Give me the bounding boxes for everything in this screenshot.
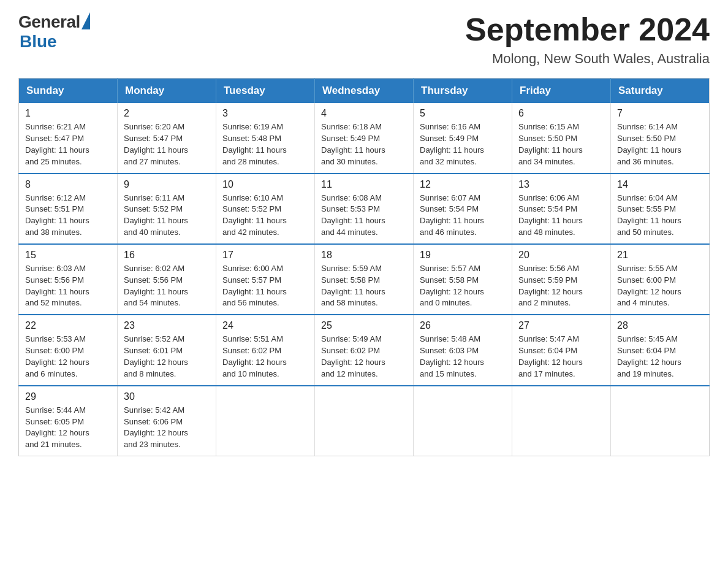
day-number: 20 [518, 250, 604, 261]
calendar-cell: 13Sunrise: 6:06 AMSunset: 5:54 PMDayligh… [512, 174, 611, 244]
calendar-cell [216, 386, 315, 456]
weekday-header-saturday: Saturday [611, 79, 710, 104]
day-number: 9 [124, 179, 210, 190]
day-info: Sunrise: 5:52 AMSunset: 6:01 PMDaylight:… [124, 334, 210, 380]
logo: General Blue [18, 12, 90, 52]
calendar-cell: 27Sunrise: 5:47 AMSunset: 6:04 PMDayligh… [512, 315, 611, 385]
day-number: 4 [321, 108, 407, 119]
calendar-subtitle: Molong, New South Wales, Australia [465, 51, 710, 67]
day-number: 13 [518, 179, 604, 190]
weekday-header-friday: Friday [512, 79, 611, 104]
calendar-cell: 21Sunrise: 5:55 AMSunset: 6:00 PMDayligh… [611, 244, 710, 315]
day-number: 14 [617, 179, 703, 190]
calendar-cell: 29Sunrise: 5:44 AMSunset: 6:05 PMDayligh… [19, 386, 118, 456]
weekday-header-tuesday: Tuesday [216, 79, 315, 104]
weekday-header-sunday: Sunday [19, 79, 118, 104]
day-number: 17 [222, 250, 308, 261]
calendar-cell: 16Sunrise: 6:02 AMSunset: 5:56 PMDayligh… [118, 244, 216, 315]
day-info: Sunrise: 6:14 AMSunset: 5:50 PMDaylight:… [617, 121, 703, 167]
day-number: 8 [25, 179, 111, 190]
day-info: Sunrise: 5:51 AMSunset: 6:02 PMDaylight:… [222, 334, 308, 380]
weekday-header-row: SundayMondayTuesdayWednesdayThursdayFrid… [19, 79, 710, 104]
day-number: 12 [420, 179, 506, 190]
day-info: Sunrise: 6:02 AMSunset: 5:56 PMDaylight:… [124, 263, 210, 309]
weekday-header-wednesday: Wednesday [315, 79, 414, 104]
day-info: Sunrise: 6:11 AMSunset: 5:52 PMDaylight:… [124, 193, 210, 239]
day-number: 1 [25, 108, 111, 119]
calendar-cell: 25Sunrise: 5:49 AMSunset: 6:02 PMDayligh… [315, 315, 414, 385]
calendar-cell: 30Sunrise: 5:42 AMSunset: 6:06 PMDayligh… [118, 386, 216, 456]
calendar-cell: 26Sunrise: 5:48 AMSunset: 6:03 PMDayligh… [414, 315, 512, 385]
day-info: Sunrise: 5:44 AMSunset: 6:05 PMDaylight:… [25, 405, 111, 451]
calendar-cell: 28Sunrise: 5:45 AMSunset: 6:04 PMDayligh… [611, 315, 710, 385]
day-info: Sunrise: 6:03 AMSunset: 5:56 PMDaylight:… [25, 263, 111, 309]
calendar-cell: 11Sunrise: 6:08 AMSunset: 5:53 PMDayligh… [315, 174, 414, 244]
day-info: Sunrise: 6:19 AMSunset: 5:48 PMDaylight:… [222, 121, 308, 167]
day-number: 5 [420, 108, 506, 119]
day-info: Sunrise: 6:16 AMSunset: 5:49 PMDaylight:… [420, 121, 506, 167]
day-number: 7 [617, 108, 703, 119]
day-number: 24 [222, 320, 308, 331]
day-info: Sunrise: 6:06 AMSunset: 5:54 PMDaylight:… [518, 193, 604, 239]
calendar-cell: 8Sunrise: 6:12 AMSunset: 5:51 PMDaylight… [19, 174, 118, 244]
page-header: General Blue September 2024 Molong, New … [18, 12, 710, 67]
day-info: Sunrise: 6:12 AMSunset: 5:51 PMDaylight:… [25, 193, 111, 239]
logo-triangle-icon [82, 12, 90, 29]
day-number: 22 [25, 320, 111, 331]
weekday-header-monday: Monday [118, 79, 216, 104]
day-number: 29 [25, 391, 111, 402]
calendar-cell: 15Sunrise: 6:03 AMSunset: 5:56 PMDayligh… [19, 244, 118, 315]
day-number: 27 [518, 320, 604, 331]
day-info: Sunrise: 5:59 AMSunset: 5:58 PMDaylight:… [321, 263, 407, 309]
calendar-cell: 4Sunrise: 6:18 AMSunset: 5:49 PMDaylight… [315, 103, 414, 173]
calendar-cell: 10Sunrise: 6:10 AMSunset: 5:52 PMDayligh… [216, 174, 315, 244]
week-row-3: 15Sunrise: 6:03 AMSunset: 5:56 PMDayligh… [19, 244, 710, 315]
day-number: 2 [124, 108, 210, 119]
weekday-header-thursday: Thursday [414, 79, 512, 104]
day-info: Sunrise: 5:57 AMSunset: 5:58 PMDaylight:… [420, 263, 506, 309]
day-number: 26 [420, 320, 506, 331]
day-number: 3 [222, 108, 308, 119]
calendar-cell: 2Sunrise: 6:20 AMSunset: 5:47 PMDaylight… [118, 103, 216, 173]
day-info: Sunrise: 5:47 AMSunset: 6:04 PMDaylight:… [518, 334, 604, 380]
day-number: 6 [518, 108, 604, 119]
calendar-cell [414, 386, 512, 456]
day-info: Sunrise: 6:04 AMSunset: 5:55 PMDaylight:… [617, 193, 703, 239]
calendar-cell: 14Sunrise: 6:04 AMSunset: 5:55 PMDayligh… [611, 174, 710, 244]
day-number: 21 [617, 250, 703, 261]
calendar-cell: 22Sunrise: 5:53 AMSunset: 6:00 PMDayligh… [19, 315, 118, 385]
calendar-cell [611, 386, 710, 456]
calendar-cell: 6Sunrise: 6:15 AMSunset: 5:50 PMDaylight… [512, 103, 611, 173]
day-number: 25 [321, 320, 407, 331]
day-info: Sunrise: 5:55 AMSunset: 6:00 PMDaylight:… [617, 263, 703, 309]
title-section: September 2024 Molong, New South Wales, … [465, 12, 710, 67]
day-info: Sunrise: 6:20 AMSunset: 5:47 PMDaylight:… [124, 121, 210, 167]
day-number: 30 [124, 391, 210, 402]
calendar-cell: 18Sunrise: 5:59 AMSunset: 5:58 PMDayligh… [315, 244, 414, 315]
day-info: Sunrise: 5:53 AMSunset: 6:00 PMDaylight:… [25, 334, 111, 380]
day-info: Sunrise: 6:18 AMSunset: 5:49 PMDaylight:… [321, 121, 407, 167]
day-info: Sunrise: 5:42 AMSunset: 6:06 PMDaylight:… [124, 405, 210, 451]
day-info: Sunrise: 6:07 AMSunset: 5:54 PMDaylight:… [420, 193, 506, 239]
day-number: 28 [617, 320, 703, 331]
calendar-cell: 20Sunrise: 5:56 AMSunset: 5:59 PMDayligh… [512, 244, 611, 315]
day-number: 23 [124, 320, 210, 331]
week-row-4: 22Sunrise: 5:53 AMSunset: 6:00 PMDayligh… [19, 315, 710, 385]
calendar-cell: 5Sunrise: 6:16 AMSunset: 5:49 PMDaylight… [414, 103, 512, 173]
calendar-cell [512, 386, 611, 456]
day-info: Sunrise: 6:10 AMSunset: 5:52 PMDaylight:… [222, 193, 308, 239]
day-number: 11 [321, 179, 407, 190]
calendar-cell: 9Sunrise: 6:11 AMSunset: 5:52 PMDaylight… [118, 174, 216, 244]
calendar-cell [315, 386, 414, 456]
week-row-2: 8Sunrise: 6:12 AMSunset: 5:51 PMDaylight… [19, 174, 710, 244]
week-row-1: 1Sunrise: 6:21 AMSunset: 5:47 PMDaylight… [19, 103, 710, 173]
day-info: Sunrise: 6:00 AMSunset: 5:57 PMDaylight:… [222, 263, 308, 309]
day-info: Sunrise: 5:45 AMSunset: 6:04 PMDaylight:… [617, 334, 703, 380]
calendar-cell: 17Sunrise: 6:00 AMSunset: 5:57 PMDayligh… [216, 244, 315, 315]
day-number: 15 [25, 250, 111, 261]
calendar-table: SundayMondayTuesdayWednesdayThursdayFrid… [18, 78, 710, 456]
day-number: 18 [321, 250, 407, 261]
calendar-cell: 1Sunrise: 6:21 AMSunset: 5:47 PMDaylight… [19, 103, 118, 173]
calendar-cell: 19Sunrise: 5:57 AMSunset: 5:58 PMDayligh… [414, 244, 512, 315]
day-info: Sunrise: 6:21 AMSunset: 5:47 PMDaylight:… [25, 121, 111, 167]
